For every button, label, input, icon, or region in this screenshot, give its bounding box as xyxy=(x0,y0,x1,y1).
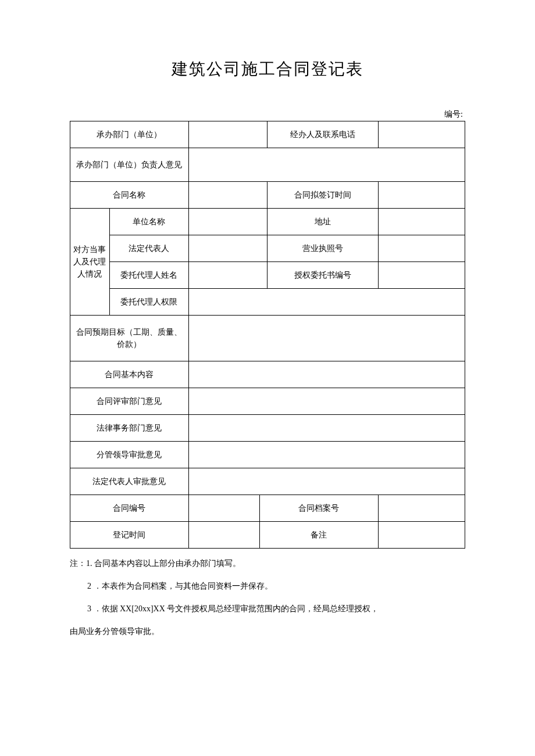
label-archive-no: 合同档案号 xyxy=(259,495,378,522)
note-line-3: 3 ．依据 XX[20xx]XX 号文件授权局总经理审批范围内的合同，经局总经理… xyxy=(70,599,465,619)
notes-section: 注：1. 合同基本内容以上部分由承办部门填写。 2 ．本表作为合同档案，与其他合… xyxy=(70,553,465,642)
label-rep-opinion: 法定代表人审批意见 xyxy=(70,468,189,495)
label-remark: 备注 xyxy=(259,522,378,549)
label-agent-scope: 委托代理人权限 xyxy=(109,289,188,316)
value-agent-name xyxy=(188,262,268,289)
label-contract-no: 合同编号 xyxy=(70,495,189,522)
label-legal-rep: 法定代表人 xyxy=(109,235,188,262)
label-leader-opinion: 分管领导审批意见 xyxy=(70,442,189,468)
label-legal-opinion: 法律事务部门意见 xyxy=(70,415,189,442)
value-register-time xyxy=(188,522,259,549)
label-sign-time: 合同拟签订时间 xyxy=(268,182,378,209)
label-dept-opinion: 承办部门（单位）负责人意见 xyxy=(70,148,189,182)
label-address: 地址 xyxy=(268,209,378,235)
label-unit-name: 单位名称 xyxy=(109,209,188,235)
value-handler xyxy=(378,121,465,148)
label-agent-name: 委托代理人姓名 xyxy=(109,262,188,289)
label-auth-no: 授权委托书编号 xyxy=(268,262,378,289)
label-register-time: 登记时间 xyxy=(70,522,189,549)
registration-table: 承办部门（单位） 经办人及联系电话 承办部门（单位）负责人意见 合同名称 合同拟… xyxy=(70,121,465,549)
value-address xyxy=(378,209,465,235)
value-unit-name xyxy=(188,209,268,235)
value-review-opinion xyxy=(188,388,465,415)
label-contract-name: 合同名称 xyxy=(70,182,189,209)
value-basic-content xyxy=(188,361,465,388)
value-rep-opinion xyxy=(188,468,465,495)
value-auth-no xyxy=(378,262,465,289)
label-license-no: 营业执照号 xyxy=(268,235,378,262)
label-party-header: 对方当事人及代理人情况 xyxy=(70,209,110,316)
value-agent-scope xyxy=(188,289,465,316)
value-sign-time xyxy=(378,182,465,209)
value-legal-opinion xyxy=(188,415,465,442)
doc-number-label: 编号: xyxy=(70,109,465,120)
page-title: 建筑公司施工合同登记表 xyxy=(70,58,465,80)
value-archive-no xyxy=(378,495,465,522)
value-contract-name xyxy=(188,182,268,209)
value-remark xyxy=(378,522,465,549)
value-dept xyxy=(188,121,268,148)
note-line-2: 2 ．本表作为合同档案，与其他合同资料一并保存。 xyxy=(70,576,465,596)
value-dept-opinion xyxy=(188,148,465,182)
note-line-1: 注：1. 合同基本内容以上部分由承办部门填写。 xyxy=(70,553,465,574)
value-leader-opinion xyxy=(188,442,465,468)
label-dept: 承办部门（单位） xyxy=(70,121,189,148)
label-expected-target: 合同预期目标（工期、质量、价款） xyxy=(70,316,189,361)
value-legal-rep xyxy=(188,235,268,262)
note-line-4: 由局业务分管领导审批。 xyxy=(70,621,465,642)
label-review-opinion: 合同评审部门意见 xyxy=(70,388,189,415)
value-expected-target xyxy=(188,316,465,361)
label-basic-content: 合同基本内容 xyxy=(70,361,189,388)
value-license-no xyxy=(378,235,465,262)
label-handler: 经办人及联系电话 xyxy=(268,121,378,148)
value-contract-no xyxy=(188,495,259,522)
